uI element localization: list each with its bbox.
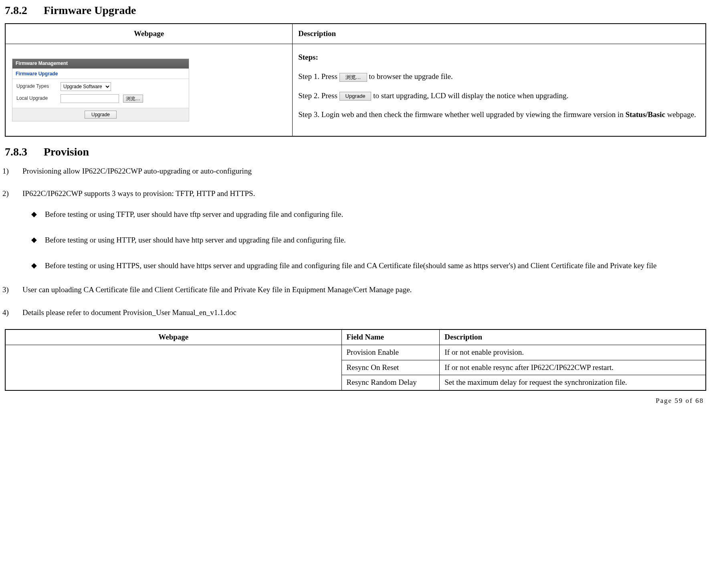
step-2: Step 2. Press Upgrade to start upgrading… <box>298 87 700 104</box>
description-cell: Set the maximum delay for request the sy… <box>440 375 706 390</box>
col-header-description: Description <box>440 329 706 345</box>
page-footer: Page 59 of 68 <box>5 396 706 405</box>
field-name-cell: Provision Enable <box>341 345 440 360</box>
section-heading-firmware-upgrade: 7.8.2 Firmware Upgrade <box>5 3 706 18</box>
col-header-description: Description <box>293 24 706 44</box>
section-number: 7.8.3 <box>5 145 41 159</box>
section-number: 7.8.2 <box>5 3 41 18</box>
description-cell: If or not enable resync after IP622C/IP6… <box>440 360 706 375</box>
local-upgrade-input[interactable] <box>61 94 119 103</box>
firmware-upgrade-table: Webpage Description Firmware Management … <box>5 23 706 137</box>
step-1: Step 1. Press 浏览… to browser the upgrade… <box>298 68 700 85</box>
description-cell: Steps: Step 1. Press 浏览… to browser the … <box>293 44 706 137</box>
field-name-cell: Resync On Reset <box>341 360 440 375</box>
description-cell: If or not enable provision. <box>440 345 706 360</box>
upgrade-types-select[interactable]: Upgrade Software <box>61 82 111 91</box>
col-header-webpage: Webpage <box>5 329 341 345</box>
browse-button[interactable]: 浏览… <box>123 95 143 103</box>
firmware-management-panel: Firmware Management Firmware Upgrade Upg… <box>12 59 189 121</box>
inline-upgrade-button: Upgrade <box>339 92 372 101</box>
provision-numbered-list: 1)Provisioning allow IP622C/IP622CWP aut… <box>5 165 706 319</box>
upgrade-button[interactable]: Upgrade <box>85 111 117 119</box>
list-item: Before testing or using HTTP, user shoul… <box>45 232 706 248</box>
panel-titlebar: Firmware Management <box>12 59 189 69</box>
list-item: Before testing or using HTTPS, user shou… <box>45 258 706 273</box>
panel-subtitle: Firmware Upgrade <box>12 69 189 79</box>
steps-heading: Steps: <box>298 49 700 66</box>
col-header-field-name: Field Name <box>341 329 440 345</box>
section-title: Firmware Upgrade <box>44 4 136 16</box>
col-header-webpage: Webpage <box>5 24 293 44</box>
provision-bullet-list: Before testing or using TFTP, user shoul… <box>22 207 706 273</box>
section-title: Provision <box>44 145 89 158</box>
list-item: 4)Details please refer to document Provi… <box>22 307 706 319</box>
inline-browse-button: 浏览… <box>339 73 367 82</box>
step-3: Step 3. Login web and then check the fir… <box>298 106 700 123</box>
list-item: 3)User can uploading CA Certificate file… <box>22 284 706 296</box>
provision-table: Webpage Field Name Description Provision… <box>5 329 706 391</box>
section-heading-provision: 7.8.3 Provision <box>5 145 706 159</box>
list-item: Before testing or using TFTP, user shoul… <box>45 207 706 222</box>
field-name-cell: Resync Random Delay <box>341 375 440 390</box>
webpage-screenshot-cell: Firmware Management Firmware Upgrade Upg… <box>5 44 293 137</box>
upgrade-types-label: Upgrade Types <box>16 83 57 90</box>
local-upgrade-label: Local Upgrade <box>16 95 57 102</box>
list-item: 1)Provisioning allow IP622C/IP622CWP aut… <box>22 165 706 177</box>
list-item: 2)IP622C/IP622CWP supports 3 ways to pro… <box>22 188 706 273</box>
webpage-screenshot-cell <box>5 345 341 390</box>
